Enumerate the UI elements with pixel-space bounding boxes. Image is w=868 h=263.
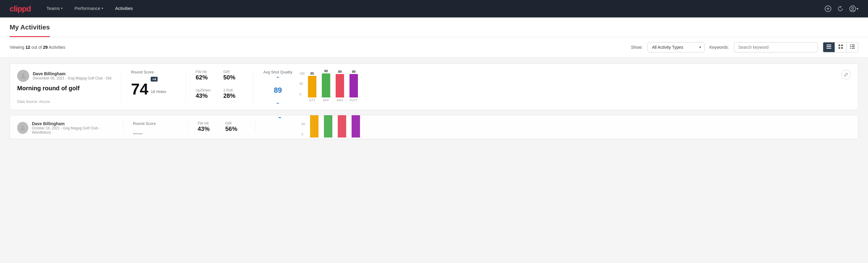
- score-row: 74 +4 18 Holes: [131, 77, 176, 97]
- activity-type-select[interactable]: All Activity Types: [648, 42, 705, 52]
- avg-shot-quality-header: Avg Shot Quality: [265, 115, 294, 139]
- stats-grid: FW Hit 62% GIR 50% Up/Down 43% 1 Putt 28…: [195, 70, 244, 104]
- svg-point-18: [22, 74, 24, 76]
- hexagon-score: 89: [265, 77, 291, 104]
- bar-ott: 94 OTT: [310, 115, 318, 139]
- one-putt-label: 1 Putt: [223, 88, 244, 92]
- bar-putt: 87 PUTT: [351, 115, 360, 139]
- show-label: Show:: [631, 45, 643, 50]
- bar-ott-body: [308, 76, 316, 97]
- fw-hit-stat: FW Hit 62%: [195, 70, 216, 86]
- fw-hit-value: 43%: [197, 125, 218, 133]
- nav-performance-chevron: ▾: [102, 7, 103, 10]
- edit-button[interactable]: [841, 70, 851, 80]
- bar-arg-body: [338, 115, 346, 138]
- view-toggle: [823, 42, 858, 52]
- updown-value: 43%: [195, 92, 216, 99]
- avg-shot-quality-label: Avg Shot Quality: [263, 70, 292, 74]
- big-score: 74: [131, 81, 148, 97]
- y-label-0: 0: [302, 133, 307, 136]
- fw-hit-label: FW Hit: [197, 121, 218, 125]
- svg-point-4: [852, 7, 854, 9]
- bar-chart: 100 50 0 85 OTT 90 APP: [300, 72, 832, 102]
- gir-stat: GIR 56%: [225, 121, 246, 133]
- svg-rect-11: [841, 47, 843, 49]
- fw-hit-stat: FW Hit 43%: [197, 121, 218, 133]
- round-score-section: Round Score —: [133, 121, 178, 133]
- stats-grid: FW Hit 43% GIR 56%: [197, 121, 246, 133]
- viewing-middle: out of: [30, 45, 43, 50]
- y-label-100: 100: [302, 115, 307, 115]
- view-grid-button[interactable]: [835, 42, 847, 52]
- user-date: December 05, 2021 - Gog Magog Golf Club …: [33, 76, 111, 80]
- y-label-100: 100: [300, 72, 305, 75]
- y-label-0: 0: [300, 93, 305, 96]
- avg-shot-quality-header: Avg Shot Quality 89: [263, 70, 292, 104]
- nav-performance[interactable]: Performance ▾: [73, 0, 104, 17]
- refresh-icon-button[interactable]: [837, 6, 843, 12]
- updown-label: Up/Down: [195, 88, 216, 92]
- bar-arg-label: ARG: [337, 99, 343, 102]
- svg-rect-15: [852, 46, 855, 47]
- card-divider-3: [255, 121, 256, 133]
- bar-chart-container: 100 50 0 94 OTT 93 APP 1: [302, 115, 851, 139]
- svg-rect-17: [852, 48, 855, 49]
- gir-stat: GIR 50%: [223, 70, 244, 86]
- search-input[interactable]: [734, 42, 818, 52]
- viewing-total: 29: [43, 45, 48, 50]
- nav-teams-chevron: ▾: [61, 7, 63, 10]
- gir-label: GIR: [225, 121, 246, 125]
- viewing-count: 12: [26, 45, 30, 50]
- bar-app: 90 APP: [322, 69, 330, 102]
- svg-rect-13: [852, 45, 855, 46]
- viewing-prefix: Viewing: [10, 45, 26, 50]
- user-date: October 16, 2021 - Gog Magog Golf Club -…: [32, 126, 114, 135]
- bar-putt-body: [351, 115, 360, 138]
- nav-performance-label: Performance: [74, 6, 100, 11]
- activity-type-select-wrapper: All Activity Types ▾: [648, 42, 705, 52]
- svg-rect-5: [827, 45, 831, 46]
- fw-hit-value: 62%: [195, 74, 216, 81]
- user-row: Dave Billingham October 16, 2021 - Gog M…: [17, 121, 114, 135]
- bar-chart-container: 100 50 0 85 OTT 90 APP: [300, 72, 832, 102]
- updown-stat: Up/Down 43%: [195, 88, 216, 104]
- chart-y-axis: 100 50 0: [302, 115, 307, 136]
- bar-chart: 100 50 0 94 OTT 93 APP 1: [302, 115, 851, 139]
- nav-activities-label: Activities: [115, 6, 133, 11]
- view-compact-list-button[interactable]: [823, 42, 835, 52]
- svg-rect-7: [827, 48, 831, 49]
- bar-putt-label: PUTT: [352, 139, 360, 139]
- round-score-label: Round Score: [133, 121, 178, 126]
- shot-quality-section: Avg Shot Quality 100 50 0 94 OTT: [265, 121, 851, 133]
- view-list-button[interactable]: [847, 42, 858, 52]
- nav-activities[interactable]: Activities: [114, 0, 134, 17]
- chart-y-axis: 100 50 0: [300, 72, 305, 96]
- bar-putt-label: PUTT: [350, 99, 358, 102]
- bar-arg-label: ARG: [339, 139, 345, 139]
- account-icon-button[interactable]: ▾: [849, 5, 858, 12]
- bar-ott: 85 OTT: [308, 71, 316, 102]
- one-putt-value: 28%: [223, 92, 244, 99]
- keywords-label: Keywords:: [710, 45, 729, 50]
- y-label-50: 50: [300, 82, 305, 85]
- app-logo: clippd: [10, 4, 31, 13]
- bar-ott-body: [310, 115, 318, 138]
- svg-rect-6: [827, 46, 831, 47]
- user-row: Dave Billingham December 05, 2021 - Gog …: [17, 70, 111, 82]
- add-icon-button[interactable]: [825, 5, 831, 12]
- gir-label: GIR: [223, 70, 244, 74]
- nav-teams[interactable]: Teams ▾: [45, 0, 64, 17]
- big-score: —: [133, 128, 143, 138]
- bar-putt-value: 89: [352, 70, 355, 74]
- page-header: My Activities: [0, 18, 868, 37]
- score-badge: +4: [151, 77, 158, 82]
- activity-card: Dave Billingham October 16, 2021 - Gog M…: [10, 115, 858, 139]
- bar-ott-label: OTT: [309, 99, 315, 102]
- bar-app-body: [322, 74, 330, 97]
- avatar: [17, 70, 29, 82]
- shot-quality-section: Avg Shot Quality 89 100 50 0 85: [263, 70, 832, 104]
- bar-app-label: APP: [323, 99, 329, 102]
- user-info: Dave Billingham October 16, 2021 - Gog M…: [32, 121, 114, 135]
- account-chevron: ▾: [857, 7, 858, 11]
- y-label-50: 50: [302, 122, 307, 126]
